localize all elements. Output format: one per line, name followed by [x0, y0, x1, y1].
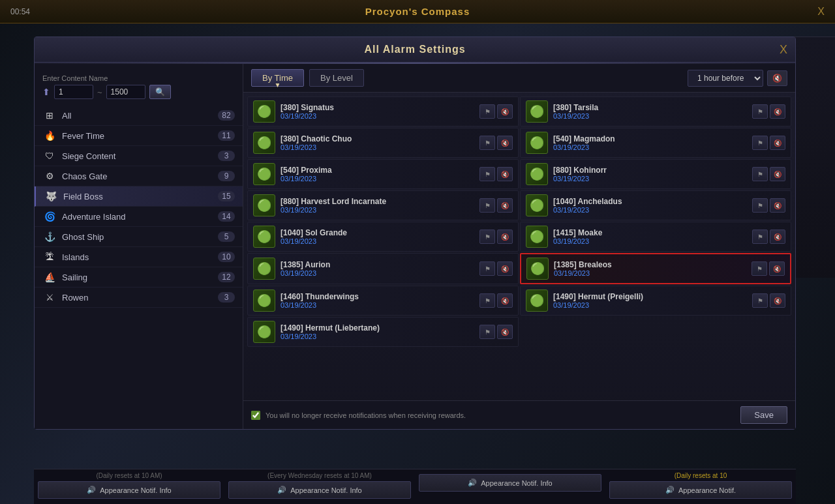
boss-mute-btn-10[interactable]: 🔇 [770, 230, 785, 244]
boss-mute-btn-13[interactable]: 🔇 [497, 293, 513, 308]
boss-actions-3: ⚑ 🔇 [479, 136, 513, 150]
boss-actions-9: ⚑ 🔇 [479, 230, 513, 244]
boss-row-15[interactable]: 🟢 [1490] Hermut (Liebertane) 03/19/2023 … [247, 317, 519, 347]
sidebar-item-rowen[interactable]: ⚔ Rowen 3 [35, 288, 243, 308]
boss-row-14[interactable]: 🟢 [1490] Hermut (Preigelli) 03/19/2023 ⚑… [520, 286, 791, 316]
boss-avatar-4: 🟢 [526, 132, 548, 154]
mute-button[interactable]: 🔇 [767, 70, 787, 86]
sidebar-item-chaos-gate[interactable]: ⚙ Chaos Gate 9 [35, 166, 243, 186]
boss-flag-btn-4[interactable]: ⚑ [752, 136, 768, 150]
boss-avatar-6: 🟢 [526, 163, 548, 185]
tab-by-level[interactable]: By Level [309, 69, 364, 87]
sidebar-item-siege-content[interactable]: 🛡 Siege Content 3 [35, 146, 243, 166]
boss-row-4[interactable]: 🟢 [540] Magmadon 03/19/2023 ⚑ 🔇 [520, 128, 791, 158]
boss-avatar-11: 🟢 [253, 258, 275, 280]
boss-flag-btn-2[interactable]: ⚑ [752, 104, 768, 119]
boss-avatar-9: 🟢 [253, 226, 275, 248]
boss-info-11: [1385] Aurion 03/19/2023 [281, 260, 474, 277]
sidebar-item-fever-time[interactable]: 🔥 Fever Time 11 [35, 126, 243, 146]
boss-mute-btn-3[interactable]: 🔇 [497, 136, 513, 150]
boss-actions-4: ⚑ 🔇 [752, 136, 785, 150]
boss-date-4: 03/19/2023 [553, 143, 747, 151]
content-area: By Time By Level 1 hour before30 min bef… [243, 64, 795, 429]
boss-mute-btn-15[interactable]: 🔇 [497, 325, 513, 339]
boss-mute-btn-14[interactable]: 🔇 [770, 293, 785, 308]
boss-flag-btn-14[interactable]: ⚑ [752, 293, 768, 308]
sidebar-item-adventure-island[interactable]: 🌀 Adventure Island 14 [35, 207, 243, 227]
notif-btn[interactable]: 🔊 Appearance Notif. Info [38, 481, 220, 499]
sidebar-item-ghost-ship[interactable]: ⚓ Ghost Ship 5 [35, 227, 243, 247]
boss-row-1[interactable]: 🟢 [380] Signatus 03/19/2023 ⚑ 🔇 [247, 96, 519, 126]
boss-flag-btn-9[interactable]: ⚑ [479, 230, 495, 244]
cat-count-islands: 10 [218, 252, 235, 262]
boss-name-13: [1460] Thunderwings [281, 292, 474, 301]
search-button[interactable]: 🔍 [149, 85, 171, 99]
boss-row-10[interactable]: 🟢 [1415] Moake 03/19/2023 ⚑ 🔇 [520, 222, 791, 252]
notif-btn-label: Appearance Notif. Info [290, 486, 361, 494]
boss-mute-btn-11[interactable]: 🔇 [497, 261, 513, 276]
boss-mute-btn-7[interactable]: 🔇 [497, 198, 513, 213]
boss-mute-btn-5[interactable]: 🔇 [497, 167, 513, 181]
dialog-close-button[interactable]: X [780, 43, 787, 57]
cat-icon-siege-content: 🛡 [42, 151, 57, 161]
boss-mute-btn-1[interactable]: 🔇 [497, 104, 513, 119]
boss-flag-btn-3[interactable]: ⚑ [479, 136, 495, 150]
boss-row-8[interactable]: 🟢 [1040] Ancheladus 03/19/2023 ⚑ 🔇 [520, 190, 791, 220]
cat-icon-fever-time: 🔥 [42, 130, 57, 141]
boss-flag-btn-15[interactable]: ⚑ [479, 325, 495, 339]
boss-row-3[interactable]: 🟢 [380] Chaotic Chuo 03/19/2023 ⚑ 🔇 [247, 128, 519, 158]
cat-name-siege-content: Siege Content [62, 151, 218, 161]
boss-flag-btn-6[interactable]: ⚑ [752, 167, 768, 181]
boss-row-13[interactable]: 🟢 [1460] Thunderwings 03/19/2023 ⚑ 🔇 [247, 286, 519, 316]
save-button[interactable]: Save [740, 406, 787, 424]
boss-row-11[interactable]: 🟢 [1385] Aurion 03/19/2023 ⚑ 🔇 [247, 253, 519, 284]
time-dropdown[interactable]: 1 hour before30 min before15 min before [688, 70, 763, 87]
time-select-area: 1 hour before30 min before15 min before … [688, 70, 787, 87]
boss-flag-btn-1[interactable]: ⚑ [479, 104, 495, 119]
boss-avatar-8: 🟢 [526, 194, 548, 216]
no-notification-checkbox[interactable] [251, 411, 260, 420]
sidebar-item-field-boss[interactable]: 🐺 Field Boss 15 [35, 186, 243, 207]
main-dialog: All Alarm Settings X Enter Content Name … [34, 37, 796, 430]
boss-mute-btn-4[interactable]: 🔇 [770, 136, 785, 150]
notif-btn[interactable]: 🔊 Appearance Notif. Info [419, 474, 601, 492]
boss-mute-btn-9[interactable]: 🔇 [497, 230, 513, 244]
boss-mute-btn-8[interactable]: 🔇 [770, 198, 785, 213]
sidebar-item-islands[interactable]: 🏝 Islands 10 [35, 247, 243, 267]
boss-flag-btn-11[interactable]: ⚑ [479, 261, 495, 276]
level-icon: ⬆ [42, 87, 50, 97]
notif-btn[interactable]: 🔊 Appearance Notif. Info [228, 481, 411, 499]
boss-row-9[interactable]: 🟢 [1040] Sol Grande 03/19/2023 ⚑ 🔇 [247, 222, 519, 252]
boss-flag-btn-10[interactable]: ⚑ [752, 230, 768, 244]
cat-icon-rowen: ⚔ [42, 292, 57, 303]
boss-flag-btn-8[interactable]: ⚑ [752, 198, 768, 213]
boss-date-11: 03/19/2023 [281, 269, 474, 277]
top-close-button[interactable]: X [817, 6, 825, 18]
boss-row-12[interactable]: 🟢 [1385] Brealeos 03/19/2023 ⚑ 🔇 [520, 253, 791, 284]
boss-mute-btn-2[interactable]: 🔇 [770, 104, 785, 119]
boss-row-7[interactable]: 🟢 [880] Harvest Lord Incarnate 03/19/202… [247, 190, 519, 220]
tab-by-time[interactable]: By Time [251, 69, 304, 87]
notif-reset-text: (Daily resets at 10 [609, 472, 792, 479]
boss-grid: 🟢 [380] Signatus 03/19/2023 ⚑ 🔇 🟢 [380] … [243, 93, 795, 400]
sidebar-item-all[interactable]: ⊞ All 82 [35, 106, 243, 126]
boss-date-12: 03/19/2023 [554, 269, 746, 277]
boss-actions-5: ⚑ 🔇 [479, 167, 513, 181]
cat-count-chaos-gate: 9 [218, 171, 235, 181]
boss-flag-btn-12[interactable]: ⚑ [752, 261, 767, 276]
level-max-input[interactable] [106, 85, 145, 99]
boss-actions-14: ⚑ 🔇 [752, 293, 785, 308]
search-area: Enter Content Name ⬆ ~ 🔍 [35, 70, 243, 106]
level-min-input[interactable] [54, 85, 93, 99]
boss-row-2[interactable]: 🟢 [380] Tarsila 03/19/2023 ⚑ 🔇 [520, 96, 791, 126]
boss-mute-btn-6[interactable]: 🔇 [770, 167, 785, 181]
boss-flag-btn-5[interactable]: ⚑ [479, 167, 495, 181]
boss-row-5[interactable]: 🟢 [540] Proxima 03/19/2023 ⚑ 🔇 [247, 159, 519, 189]
notif-btn[interactable]: 🔊 Appearance Notif. [609, 481, 792, 499]
boss-flag-btn-13[interactable]: ⚑ [479, 293, 495, 308]
sidebar-item-sailing[interactable]: ⛵ Sailing 12 [35, 267, 243, 288]
boss-actions-11: ⚑ 🔇 [479, 261, 513, 276]
boss-flag-btn-7[interactable]: ⚑ [479, 198, 495, 213]
boss-row-6[interactable]: 🟢 [880] Kohinorr 03/19/2023 ⚑ 🔇 [520, 159, 791, 189]
boss-mute-btn-12[interactable]: 🔇 [769, 261, 785, 276]
